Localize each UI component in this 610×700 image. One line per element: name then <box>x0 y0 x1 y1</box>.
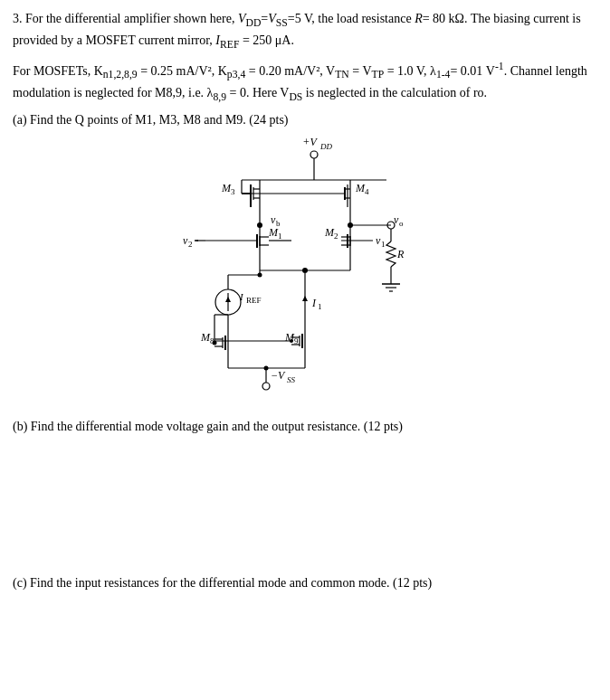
vo-sub: o <box>399 219 404 228</box>
iref-sub: REF <box>246 296 262 305</box>
i1-label: I <box>311 297 317 309</box>
m1-sub: 1 <box>278 232 282 241</box>
i1-arrow <box>302 296 308 301</box>
i1-sub: 1 <box>318 302 322 311</box>
part-b-text: (b) Find the differential mode voltage g… <box>13 417 597 436</box>
vb-sub: b <box>276 219 281 228</box>
part-c-section: (c) Find the input resistances for the d… <box>13 573 597 665</box>
vdd-label: +V <box>302 136 318 148</box>
vdd-terminal <box>310 151 318 158</box>
r-resistor <box>386 241 396 267</box>
intro-paragraph: 3. For the differential amplifier shown … <box>13 9 597 53</box>
vss-sub: SS <box>287 375 296 384</box>
problem-body: 3. For the differential amplifier shown … <box>13 9 597 129</box>
tail-node <box>302 268 308 273</box>
m2-sub: 2 <box>334 232 338 241</box>
vss-label: −V <box>271 369 286 382</box>
iref-label: I <box>239 291 244 302</box>
m4-sub: 4 <box>365 187 369 196</box>
vdd-sub: DD <box>319 142 332 151</box>
m3-sub: 3 <box>231 187 235 196</box>
mosfet-params: For MOSFETs, Kn1,2,8,9 = 0.25 mA/V², Kp3… <box>13 59 597 105</box>
m4-drain-node <box>348 222 353 228</box>
vss-terminal <box>262 383 270 390</box>
part-c-text: (c) Find the input resistances for the d… <box>13 573 597 592</box>
part-a-label: (a) Find the Q points of M1, M3, M8 and … <box>13 110 597 129</box>
v2-sub: 2 <box>188 240 193 249</box>
part-c-answer-space <box>13 592 597 665</box>
r-label: R <box>396 248 405 260</box>
circuit-diagram: +V DD M 3 M 4 <box>13 135 597 406</box>
circuit-svg: +V DD M 3 M 4 <box>151 135 459 406</box>
part-b-answer-space <box>13 436 597 563</box>
iref-arrow <box>225 297 231 302</box>
part-b-section: (b) Find the differential mode voltage g… <box>13 417 597 563</box>
v1-sub: 1 <box>381 240 386 249</box>
m9-gate-node <box>290 339 293 343</box>
